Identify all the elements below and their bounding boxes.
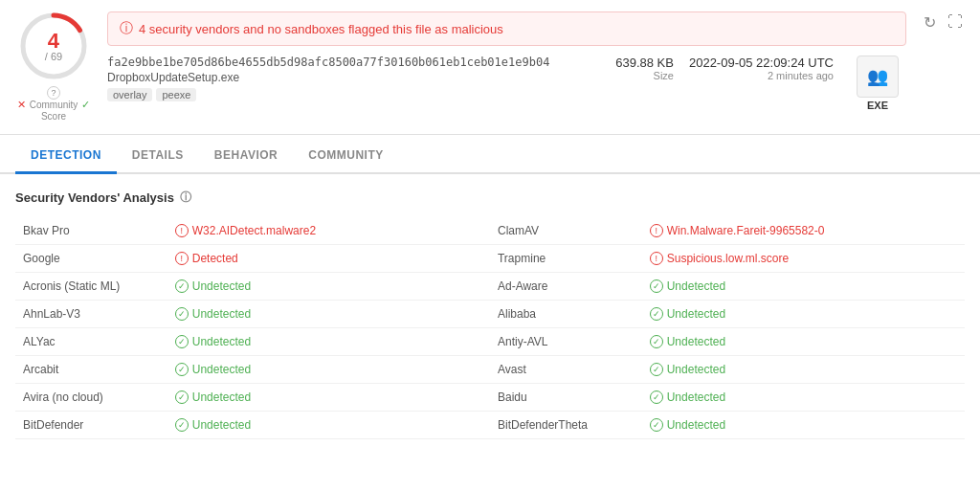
vendor-result: !W32.AIDetect.malware2 bbox=[167, 217, 490, 245]
file-date-ago: 2 minutes ago bbox=[689, 70, 834, 81]
file-info-row: fa2e9bbe1be705d86be4655db5d98afc8500a77f… bbox=[107, 56, 906, 111]
top-section: 4 / 69 ✕ ? Community Score ✓ ⓘ 4 securit… bbox=[0, 0, 980, 135]
file-hash-block: fa2e9bbe1be705d86be4655db5d98afc8500a77f… bbox=[107, 56, 572, 101]
tab-detection[interactable]: DETECTION bbox=[15, 139, 117, 174]
vendor-name: Avast bbox=[490, 356, 642, 384]
community-dislike-btn[interactable]: ✕ bbox=[17, 99, 26, 111]
tag-overlay: overlay bbox=[107, 88, 152, 101]
refresh-button[interactable]: ↻ bbox=[922, 11, 938, 33]
detection-table: Bkav Pro!W32.AIDetect.malware2ClamAV!Win… bbox=[15, 217, 965, 439]
main-content: Security Vendors' Analysis ⓘ Bkav Pro!W3… bbox=[0, 174, 980, 455]
vendor-result: ✓Undetected bbox=[642, 356, 965, 384]
vendor-result: ✓Undetected bbox=[642, 384, 965, 412]
vendor-result: ✓Undetected bbox=[642, 301, 965, 328]
file-name: DropboxUpdateSetup.exe bbox=[107, 71, 572, 84]
top-right-icons: ↻ ⛶ bbox=[922, 11, 965, 123]
vendor-name: Arcabit bbox=[15, 356, 167, 384]
table-row: Google!DetectedTrapmine!Suspicious.low.m… bbox=[15, 245, 965, 273]
score-text: 4 / 69 bbox=[45, 31, 62, 62]
table-row: Avira (no cloud)✓UndetectedBaidu✓Undetec… bbox=[15, 384, 965, 412]
community-score-label: Community Score bbox=[30, 100, 78, 123]
vendor-result: ✓Undetected bbox=[167, 384, 490, 412]
vendor-name: Antiy-AVL bbox=[490, 328, 642, 356]
vendor-name: Bkav Pro bbox=[15, 217, 167, 245]
alert-icon: ⓘ bbox=[120, 20, 133, 37]
section-title: Security Vendors' Analysis ⓘ bbox=[15, 190, 965, 206]
community-like-btn[interactable]: ✓ bbox=[81, 99, 90, 111]
file-type-label: EXE bbox=[867, 100, 888, 111]
score-value: 4 bbox=[45, 31, 62, 52]
community-info-icon[interactable]: ? bbox=[47, 86, 60, 100]
vendor-name: ClamAV bbox=[490, 217, 642, 245]
vendor-name: Alibaba bbox=[490, 301, 642, 328]
vendor-result: ✓Undetected bbox=[167, 412, 490, 439]
file-size-label: Size bbox=[588, 70, 674, 81]
app-container: 4 / 69 ✕ ? Community Score ✓ ⓘ 4 securit… bbox=[0, 0, 980, 491]
vendor-result: ✓Undetected bbox=[642, 273, 965, 301]
vendor-result: ✓Undetected bbox=[167, 301, 490, 328]
vendor-result: !Detected bbox=[167, 245, 490, 273]
tab-behavior[interactable]: BEHAVIOR bbox=[199, 139, 293, 174]
file-type-block: 👥 EXE bbox=[849, 56, 906, 111]
table-row: Arcabit✓UndetectedAvast✓Undetected bbox=[15, 356, 965, 384]
table-row: BitDefender✓UndetectedBitDefenderTheta✓U… bbox=[15, 412, 965, 439]
file-size-value: 639.88 KB bbox=[588, 56, 674, 70]
vendor-result: ✓Undetected bbox=[642, 328, 965, 356]
section-info-icon[interactable]: ⓘ bbox=[180, 190, 191, 206]
file-date-value: 2022-09-05 22:09:24 UTC bbox=[689, 56, 834, 70]
score-circle-container: 4 / 69 ✕ ? Community Score ✓ bbox=[15, 11, 92, 123]
tab-details[interactable]: DETAILS bbox=[117, 139, 199, 174]
file-date-block: 2022-09-05 22:09:24 UTC 2 minutes ago bbox=[689, 56, 834, 81]
vendor-name: Google bbox=[15, 245, 167, 273]
expand-button[interactable]: ⛶ bbox=[946, 11, 965, 33]
tab-community[interactable]: COMMUNITY bbox=[293, 139, 399, 174]
alert-banner: ⓘ 4 security vendors and no sandboxes fl… bbox=[107, 11, 906, 46]
alert-section: ⓘ 4 security vendors and no sandboxes fl… bbox=[107, 11, 906, 123]
vendor-name: Baidu bbox=[490, 384, 642, 412]
table-row: Acronis (Static ML)✓UndetectedAd-Aware✓U… bbox=[15, 273, 965, 301]
tag-peexe: peexe bbox=[156, 88, 196, 101]
table-row: Bkav Pro!W32.AIDetect.malware2ClamAV!Win… bbox=[15, 217, 965, 245]
vendor-result: ✓Undetected bbox=[642, 412, 965, 439]
file-hash: fa2e9bbe1be705d86be4655db5d98afc8500a77f… bbox=[107, 56, 572, 69]
vendor-name: Avira (no cloud) bbox=[15, 384, 167, 412]
vendor-result: !Win.Malware.Fareit-9965582-0 bbox=[642, 217, 965, 245]
tabs-bar: DETECTION DETAILS BEHAVIOR COMMUNITY bbox=[0, 139, 980, 174]
file-tags: overlay peexe bbox=[107, 88, 572, 101]
file-size-block: 639.88 KB Size bbox=[588, 56, 674, 81]
score-denom: / 69 bbox=[45, 52, 62, 62]
vendor-name: AhnLab-V3 bbox=[15, 301, 167, 328]
score-circle: 4 / 69 bbox=[19, 11, 88, 80]
vendor-name: BitDefenderTheta bbox=[490, 412, 642, 439]
table-row: AhnLab-V3✓UndetectedAlibaba✓Undetected bbox=[15, 301, 965, 328]
vendor-name: ALYac bbox=[15, 328, 167, 356]
community-score-row: ✕ ? Community Score ✓ bbox=[17, 86, 91, 123]
vendor-result: ✓Undetected bbox=[167, 328, 490, 356]
vendor-name: Acronis (Static ML) bbox=[15, 273, 167, 301]
vendor-result: ✓Undetected bbox=[167, 273, 490, 301]
table-row: ALYac✓UndetectedAntiy-AVL✓Undetected bbox=[15, 328, 965, 356]
alert-text: 4 security vendors and no sandboxes flag… bbox=[139, 22, 503, 36]
file-type-icon: 👥 bbox=[857, 56, 899, 98]
vendor-name: BitDefender bbox=[15, 412, 167, 439]
person-icon: 👥 bbox=[867, 66, 888, 87]
vendor-name: Ad-Aware bbox=[490, 273, 642, 301]
vendor-name: Trapmine bbox=[490, 245, 642, 273]
vendor-result: ✓Undetected bbox=[167, 356, 490, 384]
vendor-result: !Suspicious.low.ml.score bbox=[642, 245, 965, 273]
